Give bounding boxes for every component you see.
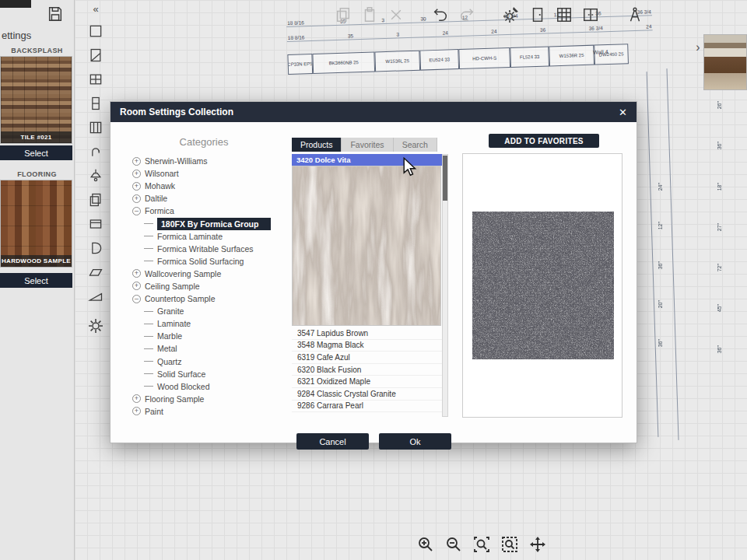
shape-tool-icon[interactable] (86, 238, 107, 258)
tree-item-wilsonart[interactable]: +Wilsonart (132, 167, 296, 180)
tab-search[interactable]: Search (394, 138, 437, 152)
expander-icon[interactable]: + (132, 182, 141, 191)
panel-expand-chevron-icon[interactable]: › (692, 39, 704, 56)
cabinet-icon[interactable] (580, 5, 600, 24)
tree-item-marble[interactable]: Marble (132, 330, 296, 342)
close-icon[interactable]: ✕ (619, 107, 627, 118)
tab-products[interactable]: Products (292, 138, 342, 152)
selected-product-row[interactable]: 3420 Dolce Vita (292, 154, 442, 166)
delete-icon[interactable] (386, 5, 405, 24)
cabinet-box[interactable]: CP33N EPS (287, 54, 313, 75)
product-list-item[interactable]: 3547 Lapidus Brown (292, 327, 442, 340)
expander-icon[interactable]: + (132, 157, 141, 166)
flooring-select-button[interactable]: Select (0, 273, 72, 288)
dimension-label: 36" (717, 142, 722, 149)
light-tool-icon[interactable] (86, 166, 107, 186)
product-list-item[interactable]: 9286 Carrara Pearl (292, 401, 442, 413)
tree-item-180fx-selected[interactable]: 180FX By Formica Group (132, 217, 296, 229)
backsplash-sample-image[interactable]: TILE #021 (0, 56, 72, 144)
tree-item-wallcovering[interactable]: +Wallcovering Sample (132, 268, 296, 280)
expander-icon[interactable]: + (132, 194, 141, 203)
expander-icon[interactable]: + (132, 269, 141, 278)
dimension-label: 24" (658, 183, 663, 191)
ok-button[interactable]: Ok (379, 433, 451, 450)
tree-item-laminate[interactable]: Laminate (132, 317, 296, 330)
tree-item-formica-solid[interactable]: Formica Solid Surfacing (132, 255, 296, 268)
room-tool-icon[interactable] (86, 21, 107, 41)
backsplash-sample-caption: TILE #021 (1, 131, 72, 143)
product-list-item[interactable]: 3548 Magma Black (292, 340, 442, 352)
expander-icon[interactable]: + (132, 282, 141, 290)
tree-item-solid-surface[interactable]: Solid Surface (132, 368, 296, 380)
collapse-palette-icon[interactable]: « (93, 3, 98, 17)
dimension-label: 36 3/4 (588, 25, 604, 31)
tree-connector (144, 223, 153, 224)
pan-icon[interactable] (528, 534, 547, 554)
compass-icon[interactable] (625, 5, 644, 24)
tall-window-tool-icon[interactable] (86, 93, 107, 114)
settings-gear-icon[interactable] (86, 316, 107, 336)
undo-icon[interactable] (430, 5, 450, 24)
tree-item-quartz[interactable]: Quartz (132, 355, 296, 368)
tree-item-mohawk[interactable]: +Mohawk (132, 180, 296, 192)
window-tool-icon[interactable] (86, 69, 107, 89)
duplicate-tool-icon[interactable] (86, 190, 107, 210)
countertop-tool-icon[interactable] (86, 262, 107, 282)
grid-icon[interactable] (554, 5, 573, 24)
annotation-settings-icon[interactable] (501, 5, 521, 24)
expander-icon[interactable]: – (132, 295, 141, 303)
zoom-out-icon[interactable] (444, 534, 463, 554)
save-icon[interactable] (45, 4, 65, 24)
tree-item-label: Paint (145, 407, 163, 416)
cabinet-box[interactable]: FL524 33 (510, 46, 549, 68)
cancel-button[interactable]: Cancel (296, 433, 369, 450)
door-icon[interactable] (528, 5, 547, 24)
product-tabs: Products Favorites Search (292, 138, 437, 152)
product-list-scrollbar[interactable] (442, 154, 448, 417)
expander-icon[interactable]: + (132, 407, 141, 415)
tree-item-wood-blocked[interactable]: Wood Blocked (132, 380, 296, 393)
expander-icon[interactable]: + (132, 394, 141, 403)
zoom-extents-icon[interactable] (500, 534, 519, 554)
backsplash-select-button[interactable]: Select (0, 145, 72, 160)
edge-tool-icon[interactable] (86, 286, 107, 306)
tab-favorites[interactable]: Favorites (342, 138, 393, 152)
fixture-tool-icon[interactable] (86, 142, 107, 162)
tree-item-daltile[interactable]: +Daltile (132, 192, 296, 205)
cabinet-box[interactable]: W1536L 25 (374, 51, 420, 72)
cabinet-box[interactable]: BK3660NB 25 (312, 51, 375, 74)
scrollbar-thumb[interactable] (443, 156, 447, 201)
product-list-item[interactable]: 6321 Oxidized Maple (292, 376, 442, 388)
paste-icon[interactable] (359, 5, 379, 24)
panel-tool-icon[interactable] (86, 214, 107, 234)
cabinet-box[interactable]: HD-CWH-S (458, 47, 510, 69)
flooring-sample-image[interactable]: HARDWOOD SAMPLE (0, 180, 72, 268)
product-list-item[interactable]: 6319 Cafe Azul (292, 352, 442, 364)
cabinet-box[interactable]: W1536R 25 (549, 45, 594, 67)
tree-item-metal[interactable]: Metal (132, 342, 296, 355)
door-tool-icon[interactable] (86, 45, 107, 65)
tree-item-sherwin-williams[interactable]: +Sherwin-Williams (132, 155, 296, 167)
tree-item-formica[interactable]: –Formica (132, 205, 296, 217)
tree-item-countertop[interactable]: –Countertop Sample (132, 292, 296, 305)
tree-item-formica-laminate[interactable]: Formica Laminate (132, 230, 296, 243)
expander-icon[interactable]: + (132, 170, 141, 178)
tree-item-formica-writable[interactable]: Formica Writable Surfaces (132, 243, 296, 255)
tree-item-paint[interactable]: +Paint (132, 405, 296, 418)
tree-item-flooring-sample[interactable]: +Flooring Sample (132, 393, 296, 405)
expander-icon[interactable]: – (132, 207, 141, 215)
render-preview-thumbnail[interactable] (703, 34, 747, 90)
redo-icon[interactable] (457, 5, 476, 24)
tree-item-granite[interactable]: Granite (132, 305, 296, 317)
cabinet-tool-icon[interactable] (86, 117, 107, 138)
tree-item-ceiling[interactable]: +Ceiling Sample (132, 280, 296, 292)
cabinet-box[interactable]: EU524 33 (419, 49, 459, 71)
copy-icon[interactable] (333, 5, 352, 24)
zoom-in-icon[interactable] (416, 534, 435, 554)
product-list-item[interactable]: 9284 Classic Crystal Granite (292, 388, 442, 401)
dimension-label: 20" (658, 300, 663, 308)
add-to-favorites-button[interactable]: ADD TO FAVORITES (489, 134, 599, 148)
zoom-window-icon[interactable] (472, 534, 491, 554)
tree-connector (144, 336, 153, 337)
product-list-item[interactable]: 6320 Black Fusion (292, 364, 442, 376)
